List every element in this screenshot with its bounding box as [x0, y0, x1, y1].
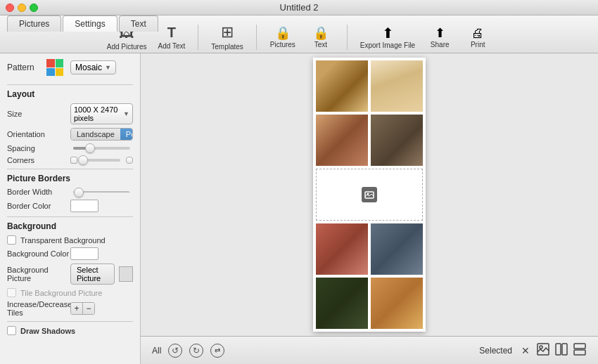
photo-cell-8[interactable]: [371, 278, 423, 329]
photo-cell-6[interactable]: [371, 223, 423, 275]
divider-3: [7, 216, 133, 217]
divider-2: [7, 169, 133, 169]
corners-left-icon: [70, 157, 77, 164]
toolbar: Pictures Settings Text 🖼 Add Pictures T …: [0, 15, 598, 53]
transparent-bg-checkbox[interactable]: [7, 235, 16, 245]
text-filter-icon: 🔒: [313, 25, 329, 41]
corners-slider[interactable]: [83, 159, 120, 162]
svg-rect-4: [556, 344, 561, 355]
divider-4: [7, 321, 133, 322]
bg-picture-thumb: [119, 266, 133, 282]
pattern-value: Mosaic: [75, 63, 102, 72]
border-width-slider[interactable]: [73, 191, 130, 193]
orientation-label: Orientation: [7, 130, 70, 138]
border-color-row: Border Color: [7, 200, 133, 212]
border-color-swatch[interactable]: [70, 200, 98, 212]
export-button[interactable]: ⬆ Export Image File: [356, 22, 419, 52]
draw-shadows-checkbox[interactable]: [7, 326, 16, 335]
size-arrow-icon: ▼: [123, 110, 129, 117]
add-text-label: Add Text: [158, 42, 186, 50]
bg-picture-row: Background Picture Select Picture: [7, 264, 133, 285]
print-icon: 🖨: [471, 26, 484, 41]
photo-cell-empty[interactable]: [316, 169, 423, 220]
share-icon: ⬆: [435, 25, 445, 41]
tab-text[interactable]: Text: [119, 15, 158, 32]
photo-cell-3[interactable]: [316, 115, 368, 166]
refresh-button-1[interactable]: ↺: [168, 344, 182, 358]
spacing-label: Spacing: [7, 144, 70, 152]
split-view-button[interactable]: [554, 342, 568, 359]
spacing-slider[interactable]: [73, 147, 130, 150]
delete-selected-button[interactable]: ✕: [519, 344, 532, 357]
photo-cell-1[interactable]: [316, 60, 368, 112]
all-label: All: [152, 346, 161, 356]
size-label: Size: [7, 110, 70, 118]
templates-icon: ⊞: [221, 23, 234, 41]
content-area: All ↺ ↻ ⇄ Selected ✕: [141, 53, 598, 364]
tab-settings[interactable]: Settings: [63, 15, 117, 32]
corners-label: Corners: [7, 156, 70, 164]
close-button[interactable]: [6, 4, 14, 12]
stepper-minus-button[interactable]: −: [83, 303, 94, 314]
sidebar: Pattern Mosaic ▼ Layout Size 1000 X 2470…: [0, 53, 141, 364]
pictures-filter-icon: 🔒: [275, 25, 291, 41]
portrait-button[interactable]: Portrait: [120, 129, 133, 140]
tile-bg-checkbox[interactable]: [7, 288, 16, 297]
stepper-plus-button[interactable]: +: [71, 303, 82, 314]
border-width-label: Border Width: [7, 188, 70, 196]
add-text-button[interactable]: T Add Text: [154, 22, 190, 53]
text-filter-button[interactable]: 🔒 Text: [303, 22, 338, 51]
border-color-label: Border Color: [7, 202, 70, 210]
pattern-row: Pattern Mosaic ▼: [7, 59, 133, 76]
pictures-filter-button[interactable]: 🔒 Pictures: [265, 22, 300, 51]
bg-color-swatch[interactable]: [70, 247, 98, 260]
size-row: Size 1000 X 2470 pixels ▼: [7, 103, 133, 124]
main-layout: Pattern Mosaic ▼ Layout Size 1000 X 2470…: [0, 53, 598, 364]
titlebar: Untitled 2: [0, 0, 598, 15]
tiles-stepper: + −: [70, 302, 95, 315]
photo-cell-4[interactable]: [371, 115, 423, 166]
corners-right-icon: [126, 157, 133, 164]
refresh-button-2[interactable]: ↻: [189, 344, 203, 358]
photo-cell-5[interactable]: [316, 223, 368, 275]
canvas-wrapper: [141, 53, 598, 336]
photo-cell-7[interactable]: [316, 278, 368, 329]
text-filter-label: Text: [314, 41, 327, 48]
bg-color-row: Background Color: [7, 247, 133, 260]
templates-label: Templates: [211, 43, 243, 51]
mosaic-cell-yellow: [56, 68, 64, 77]
background-title: Background: [7, 221, 133, 231]
print-button[interactable]: 🖨 Print: [460, 23, 495, 51]
size-value: 1000 X 2470 pixels: [74, 105, 122, 122]
window-controls: [6, 4, 38, 12]
select-picture-button[interactable]: Select Picture: [70, 264, 115, 285]
size-select[interactable]: 1000 X 2470 pixels ▼: [70, 103, 133, 124]
toolbar-divider-2: [256, 25, 257, 50]
selected-icons: ✕: [519, 342, 587, 359]
maximize-button[interactable]: [30, 4, 38, 12]
mosaic-cell-blue: [46, 68, 55, 77]
templates-button[interactable]: ⊞ Templates: [207, 20, 248, 53]
svg-rect-5: [562, 344, 567, 355]
shuffle-button[interactable]: ⇄: [210, 344, 224, 358]
orientation-row: Orientation Landscape Portrait: [7, 128, 133, 141]
top-section: Untitled 2 Pictures Settings Text 🖼 Add …: [0, 0, 598, 53]
stack-view-button[interactable]: [573, 342, 587, 359]
svg-rect-6: [574, 344, 585, 349]
share-label: Share: [431, 41, 450, 48]
landscape-button[interactable]: Landscape: [71, 129, 120, 140]
bg-picture-controls: Select Picture: [70, 264, 133, 285]
image-selected-button[interactable]: [536, 342, 550, 359]
pattern-select[interactable]: Mosaic ▼: [70, 60, 116, 74]
print-label: Print: [471, 41, 485, 48]
share-button[interactable]: ⬆ Share: [422, 22, 457, 51]
toolbar-divider-1: [198, 25, 198, 50]
add-text-icon: T: [167, 25, 176, 41]
photo-cell-2[interactable]: [371, 60, 423, 112]
mosaic-icon: [46, 59, 63, 76]
increase-tiles-row: Increase/Decrease Tiles + −: [7, 300, 133, 317]
minimize-button[interactable]: [18, 4, 26, 12]
mosaic-cell-red: [46, 59, 55, 67]
tab-pictures[interactable]: Pictures: [7, 15, 61, 32]
pattern-label: Pattern: [7, 63, 42, 72]
